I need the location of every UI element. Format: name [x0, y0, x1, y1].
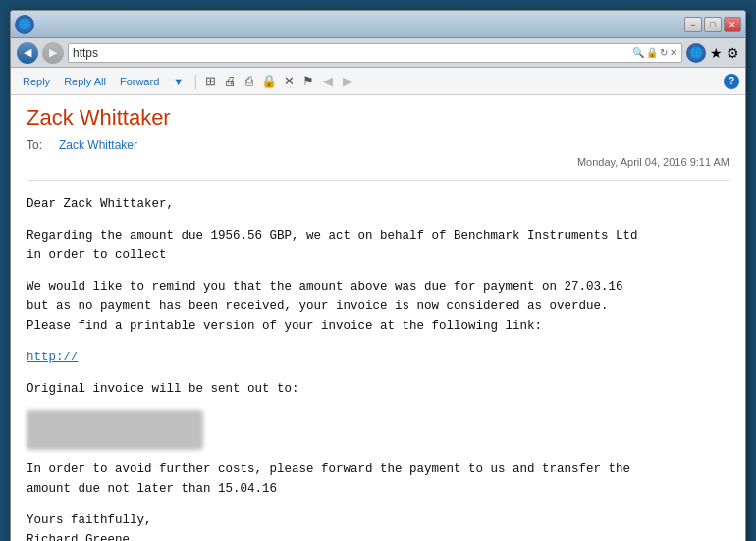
browser-logo-icon: 🌐 [15, 15, 34, 34]
invoice-link[interactable]: http:// [27, 351, 79, 364]
close-button[interactable]: ✕ [724, 17, 741, 32]
forward-button[interactable]: ▶ [42, 42, 64, 64]
url-text: https [73, 46, 628, 60]
help-button[interactable]: ? [724, 74, 739, 89]
email-divider [27, 180, 729, 181]
to-value[interactable]: Zack Whittaker [59, 138, 137, 152]
email-date: Monday, April 04, 2016 9:11 AM [27, 156, 729, 168]
minimize-button[interactable]: − [684, 17, 702, 32]
url-icons: 🔍 🔒 ↻ ✕ [632, 47, 677, 58]
printer2-icon[interactable]: ⎙ [241, 73, 258, 90]
body-paragraph-2: We would like to remind you that the amo… [27, 277, 729, 336]
title-bar: 🌐 − □ ✕ [11, 11, 745, 38]
back-button[interactable]: ◀ [17, 42, 38, 64]
close-icon: ✕ [670, 47, 677, 58]
greeting: Dear Zack Whittaker, [27, 194, 729, 214]
settings-icon[interactable]: ⚙ [727, 45, 739, 61]
more-actions-dropdown[interactable]: ▼ [167, 74, 189, 89]
refresh-icon: ↻ [660, 47, 668, 58]
blurred-address-block [27, 410, 203, 450]
email-header: To: Zack Whittaker [27, 138, 729, 152]
search-icon: 🔍 [632, 47, 644, 58]
home-icon[interactable]: 🌐 [686, 43, 706, 63]
lock2-icon[interactable]: 🔒 [260, 73, 278, 90]
lock-icon: 🔒 [646, 47, 658, 58]
address-bar: ◀ ▶ https 🔍 🔒 ↻ ✕ 🌐 ★ ⚙ [11, 38, 745, 68]
body-paragraph-3: Original invoice will be sent out to: [27, 379, 729, 399]
email-toolbar: Reply Reply All Forward ▼ | ⊞ 🖨 ⎙ 🔒 ✕ ⚑ … [11, 68, 745, 95]
email-body: Dear Zack Whittaker, Regarding the amoun… [27, 194, 729, 541]
maximize-button[interactable]: □ [704, 17, 722, 32]
flag-icon[interactable]: ⚑ [299, 73, 317, 90]
reply-all-button[interactable]: Reply All [58, 74, 112, 89]
grid-view-icon[interactable]: ⊞ [201, 73, 219, 90]
to-label: To: [27, 138, 51, 152]
separator-1: | [191, 73, 199, 90]
prev-icon[interactable]: ◀ [319, 73, 337, 90]
body-closing: Yours faithfully, Richard Greene [27, 511, 729, 541]
title-bar-controls: − □ ✕ [684, 17, 741, 32]
body-paragraph-4: In order to avoid further costs, please … [27, 460, 729, 499]
forward-button[interactable]: Forward [114, 74, 165, 89]
favorites-icon[interactable]: ★ [710, 45, 723, 61]
body-paragraph-1: Regarding the amount due 1956.56 GBP, we… [27, 226, 729, 265]
reply-button[interactable]: Reply [17, 74, 56, 89]
title-bar-left: 🌐 [15, 15, 34, 34]
next-icon[interactable]: ▶ [339, 73, 356, 90]
browser-icons: 🌐 ★ ⚙ [686, 43, 739, 63]
email-content-area: Zack Whittaker To: Zack Whittaker Monday… [11, 95, 745, 541]
print-icon[interactable]: 🖨 [221, 73, 239, 90]
url-bar[interactable]: https 🔍 🔒 ↻ ✕ [68, 43, 682, 63]
browser-window: 🌐 − □ ✕ ◀ ▶ https 🔍 🔒 ↻ ✕ 🌐 ★ ⚙ Reply [10, 10, 746, 541]
email-sender-name: Zack Whittaker [27, 105, 729, 131]
body-link-line: http:// [27, 348, 729, 367]
delete-icon[interactable]: ✕ [280, 73, 297, 90]
